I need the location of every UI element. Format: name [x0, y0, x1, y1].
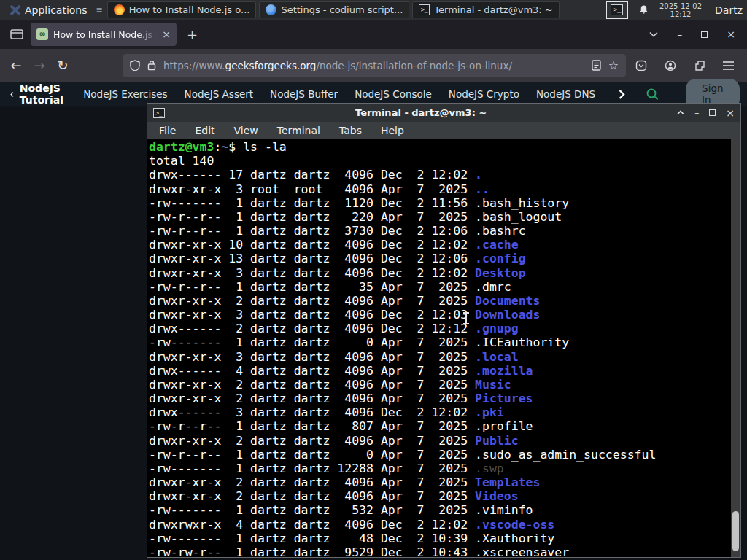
terminal-menubar: File Edit View Terminal Tabs Help — [147, 122, 740, 139]
terminal-maximize-button[interactable] — [709, 109, 716, 116]
nav-item-nodejs-dns[interactable]: NodeJS DNS — [536, 88, 595, 100]
terminal-line: -rw-r--r-- 1 dartz dartz 3730 Dec 2 12:0… — [149, 224, 740, 238]
tray-terminal-launcher[interactable]: >_ — [606, 1, 628, 19]
terminal-line: -rw-r--r-- 1 dartz dartz 220 Apr 7 2025 … — [149, 210, 740, 224]
nav-item-nodejs-exercises[interactable]: NodeJS Exercises — [83, 88, 167, 100]
notification-bell-icon[interactable] — [638, 4, 649, 15]
firefox-icon — [114, 4, 125, 15]
bookmark-star-icon[interactable]: ☆ — [608, 58, 619, 72]
new-tab-button[interactable]: + — [187, 27, 198, 42]
browser-maximize-button[interactable] — [701, 31, 708, 38]
terminal-line: drwxr-xr-x 10 dartz dartz 4096 Dec 2 12:… — [149, 238, 740, 252]
menu-view[interactable]: View — [234, 125, 258, 136]
terminal-line: -rw-r--r-- 1 dartz dartz 807 Apr 7 2025 … — [149, 419, 740, 433]
reader-mode-icon[interactable] — [592, 60, 601, 71]
terminal-body[interactable]: dartz@vm3:~$ ls -latotal 140drwx------ 1… — [147, 139, 740, 557]
terminal-line: -rw------- 1 dartz dartz 1120 Dec 2 11:5… — [149, 196, 740, 210]
desktop: Applications ≡ How to Install Node.js o.… — [0, 0, 747, 560]
terminal-output: dartz@vm3:~$ ls -latotal 140drwx------ 1… — [149, 140, 740, 557]
browser-toolbar: ← → ↻ https://www.geeksforgeeks.org/node… — [0, 49, 747, 82]
browser-tab-bar: ∞ How to Install Node.js on × + – × — [0, 20, 747, 49]
terminal-icon: >_ — [611, 4, 623, 15]
terminal-line: -rw------- 1 dartz dartz 48 Dec 2 10:39 … — [149, 532, 740, 545]
terminal-close-button[interactable]: × — [726, 107, 735, 119]
extensions-icon[interactable] — [694, 60, 705, 71]
terminal-line: -rw-r--r-- 1 dartz dartz 35 Apr 7 2025 .… — [149, 280, 740, 294]
terminal-icon: >_ — [419, 4, 430, 15]
terminal-line: drwxr-xr-x 3 dartz dartz 4096 Dec 2 12:0… — [149, 308, 740, 322]
pocket-icon[interactable] — [635, 60, 647, 71]
url-bar[interactable]: https://www.geeksforgeeks.org/node-js/in… — [123, 54, 626, 77]
reload-button[interactable]: ↻ — [51, 54, 74, 77]
terminal-line: drwxr-xr-x 3 dartz dartz 4096 Apr 7 2025… — [149, 350, 740, 364]
mouse-ibeam-cursor — [462, 312, 470, 324]
menu-help[interactable]: Help — [381, 125, 404, 136]
terminal-line: drwxr-xr-x 2 dartz dartz 4096 Apr 7 2025… — [149, 475, 740, 489]
nav-item-nodejs-assert[interactable]: NodeJS Assert — [185, 88, 254, 100]
system-taskbar: Applications ≡ How to Install Node.js o.… — [0, 0, 747, 20]
search-icon[interactable] — [646, 88, 659, 101]
taskbar-window-terminal[interactable]: >_ Terminal - dartz@vm3: ~ — [412, 1, 559, 18]
nav-item-nodejs-buffer[interactable]: NodeJS Buffer — [270, 88, 338, 100]
terminal-shade-button[interactable] — [677, 110, 684, 115]
url-text: https://www.geeksforgeeks.org/node-js/in… — [163, 60, 584, 71]
terminal-scrollbar[interactable] — [731, 139, 740, 557]
menu-edit[interactable]: Edit — [195, 125, 214, 136]
vscodium-icon — [266, 4, 276, 15]
terminal-scrollbar-thumb[interactable] — [732, 511, 739, 551]
terminal-line: dartz@vm3:~$ ls -la — [149, 140, 740, 154]
forward-button[interactable]: → — [28, 54, 51, 77]
applications-label: Applications — [25, 4, 88, 16]
terminal-window: >_ Terminal - dartz@vm3: ~ – × File Edit… — [147, 103, 741, 558]
terminal-line: -rw------- 1 dartz dartz 0 Apr 7 2025 .I… — [149, 335, 740, 349]
terminal-line: -rw------- 1 dartz dartz 12288 Apr 7 202… — [149, 462, 740, 475]
clock-date: 2025-12-02 — [659, 2, 702, 10]
tab-title: How to Install Node.js on — [53, 29, 157, 40]
clock[interactable]: 2025-12-02 12:12 — [659, 2, 702, 18]
panel-grip-icon: ≡ — [96, 5, 103, 15]
nav-back-nodejs-tutorial[interactable]: NodeJS Tutorial — [10, 82, 66, 106]
terminal-minimize-button[interactable]: – — [694, 108, 699, 118]
taskbar-window-codium[interactable]: Settings - codium script... — [259, 1, 409, 18]
nav-item-nodejs-crypto[interactable]: NodeJS Crypto — [449, 88, 519, 100]
back-button[interactable]: ← — [4, 54, 28, 77]
user-menu[interactable]: Dartz — [715, 4, 743, 16]
applications-menu-button[interactable]: Applications — [4, 1, 92, 18]
browser-minimize-button[interactable]: – — [677, 28, 682, 40]
browser-close-button[interactable]: × — [727, 28, 735, 40]
terminal-line: -rw-rw-r-- 1 dartz dartz 9529 Dec 2 10:4… — [149, 545, 740, 557]
menu-terminal[interactable]: Terminal — [277, 125, 320, 136]
terminal-titlebar[interactable]: >_ Terminal - dartz@vm3: ~ – × — [147, 104, 740, 122]
terminal-line: drwx------ 3 dartz dartz 4096 Dec 2 12:0… — [149, 405, 740, 419]
terminal-line: drwxr-xr-x 13 dartz dartz 4096 Dec 2 12:… — [149, 252, 740, 265]
nav-item-nodejs-console[interactable]: NodeJS Console — [355, 88, 432, 100]
nav-scroll-right-chevron-icon[interactable] — [619, 90, 625, 99]
list-all-tabs-chevron-icon[interactable] — [649, 31, 658, 37]
terminal-line: drwx------ 4 dartz dartz 4096 Apr 7 2025… — [149, 364, 740, 378]
browser-tab-active[interactable]: ∞ How to Install Node.js on × — [31, 23, 177, 46]
terminal-line: drwxr-xr-x 2 dartz dartz 4096 Apr 7 2025… — [149, 392, 740, 405]
applications-icon — [9, 4, 20, 16]
tracking-shield-icon[interactable] — [130, 60, 140, 71]
terminal-line: drwxr-xr-x 2 dartz dartz 4096 Apr 7 2025… — [149, 434, 740, 448]
terminal-line: drwxrwxr-x 4 dartz dartz 4096 Dec 2 12:0… — [149, 518, 740, 532]
terminal-line: drwxr-xr-x 2 dartz dartz 4096 Apr 7 2025… — [149, 294, 740, 308]
account-icon[interactable] — [665, 60, 676, 71]
terminal-window-title: Terminal - dartz@vm3: ~ — [165, 107, 677, 118]
terminal-line: drwxr-xr-x 2 dartz dartz 4096 Apr 7 2025… — [149, 378, 740, 392]
terminal-icon: >_ — [153, 108, 165, 118]
lock-icon[interactable] — [147, 60, 156, 71]
menu-file[interactable]: File — [159, 125, 176, 136]
terminal-line: total 140 — [149, 154, 740, 168]
taskbar-window-firefox[interactable]: How to Install Node.js o... — [107, 1, 257, 18]
terminal-line: -rw------- 1 dartz dartz 532 Apr 7 2025 … — [149, 503, 740, 517]
terminal-line: drwx------ 17 dartz dartz 4096 Dec 2 12:… — [149, 168, 740, 182]
terminal-line: -rw-r--r-- 1 dartz dartz 0 Apr 7 2025 .s… — [149, 448, 740, 462]
terminal-line: drwxr-xr-x 3 dartz dartz 4096 Dec 2 12:0… — [149, 266, 740, 280]
tab-close-icon[interactable]: × — [162, 28, 171, 40]
terminal-line: drwxr-xr-x 3 root root 4096 Apr 7 2025 .… — [149, 182, 740, 196]
menu-hamburger-icon[interactable] — [723, 61, 734, 70]
firefox-view-icon[interactable] — [6, 24, 28, 44]
taskbar-window-label: Terminal - dartz@vm3: ~ — [434, 4, 552, 15]
menu-tabs[interactable]: Tabs — [339, 125, 362, 136]
